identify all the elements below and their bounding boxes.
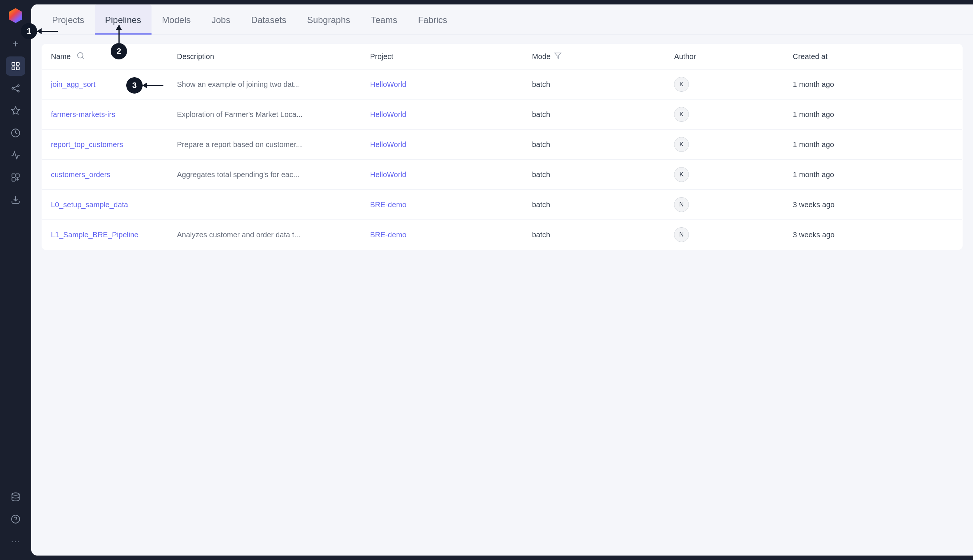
pipeline-link-2[interactable]: report_top_customers (51, 140, 123, 148)
sidebar-item-downloads[interactable] (6, 190, 25, 210)
cell-project-2: HelloWorld (362, 130, 523, 160)
sidebar-item-releases[interactable] (6, 101, 25, 120)
table-row: report_top_customers Prepare a report ba… (42, 130, 963, 160)
cell-name-0: join_agg_sort (42, 70, 168, 100)
cell-author-1: K (665, 100, 784, 130)
add-button[interactable]: + (6, 34, 25, 53)
tab-fabrics[interactable]: Fabrics (408, 5, 458, 35)
filter-icon[interactable] (554, 52, 561, 61)
project-link-2[interactable]: HelloWorld (370, 140, 406, 148)
cell-created-0: 1 month ago (784, 70, 963, 100)
cell-project-0: HelloWorld (362, 70, 523, 100)
pipeline-link-4[interactable]: L0_setup_sample_data (51, 200, 128, 209)
sidebar: + (0, 0, 31, 560)
sidebar-item-projects[interactable] (6, 57, 25, 76)
tab-subgraphs[interactable]: Subgraphs (297, 5, 361, 35)
sidebar-item-database[interactable] (6, 487, 25, 507)
cell-desc-3: Aggregates total spending's for eac... (168, 160, 362, 190)
col-mode: Mode (523, 44, 665, 70)
table-row: join_agg_sort Show an example of joining… (42, 70, 963, 100)
cell-name-1: farmers-markets-irs (42, 100, 168, 130)
sidebar-item-environments[interactable] (6, 168, 25, 187)
cell-created-3: 1 month ago (784, 160, 963, 190)
cell-desc-1: Exploration of Farmer's Market Loca... (168, 100, 362, 130)
pipelines-table: Name Description Project (42, 44, 963, 250)
cell-mode-0: batch (523, 70, 665, 100)
svg-point-7 (17, 90, 19, 92)
app-logo (6, 6, 25, 25)
project-link-1[interactable]: HelloWorld (370, 110, 406, 118)
project-link-3[interactable]: HelloWorld (370, 170, 406, 178)
cell-created-2: 1 month ago (784, 130, 963, 160)
pipeline-link-3[interactable]: customers_orders (51, 170, 110, 178)
cell-mode-3: batch (523, 160, 665, 190)
col-author: Author (665, 44, 784, 70)
svg-point-5 (12, 88, 13, 89)
svg-line-20 (82, 57, 84, 59)
tab-teams[interactable]: Teams (361, 5, 408, 35)
svg-line-9 (14, 89, 18, 91)
svg-point-6 (17, 85, 19, 86)
svg-rect-12 (12, 174, 15, 177)
sidebar-item-history[interactable] (6, 123, 25, 143)
tab-models[interactable]: Models (152, 5, 201, 35)
cell-project-1: HelloWorld (362, 100, 523, 130)
col-created-at: Created at (784, 44, 963, 70)
table-header-row: Name Description Project (42, 44, 963, 70)
cell-created-5: 3 weeks ago (784, 220, 963, 250)
cell-mode-2: batch (523, 130, 665, 160)
project-link-5[interactable]: BRE-demo (370, 231, 407, 239)
cell-project-5: BRE-demo (362, 220, 523, 250)
cell-author-4: N (665, 190, 784, 220)
tab-datasets[interactable]: Datasets (241, 5, 297, 35)
cell-project-4: BRE-demo (362, 190, 523, 220)
project-link-0[interactable]: HelloWorld (370, 80, 406, 88)
cell-name-3: customers_orders (42, 160, 168, 190)
cell-author-3: K (665, 160, 784, 190)
project-link-4[interactable]: BRE-demo (370, 200, 407, 209)
pipeline-link-0[interactable]: join_agg_sort (51, 80, 95, 88)
author-avatar-1: K (674, 107, 689, 122)
svg-marker-10 (12, 107, 20, 114)
main-content: Projects Pipelines Models Jobs Datasets … (31, 5, 973, 555)
tab-projects[interactable]: Projects (42, 5, 95, 35)
cell-name-4: L0_setup_sample_data (42, 190, 168, 220)
author-avatar-0: K (674, 77, 689, 92)
tab-jobs[interactable]: Jobs (201, 5, 241, 35)
cell-created-1: 1 month ago (784, 100, 963, 130)
table-row: L1_Sample_BRE_Pipeline Analyzes customer… (42, 220, 963, 250)
sidebar-item-help[interactable] (6, 510, 25, 529)
cell-desc-5: Analyzes customer and order data t... (168, 220, 362, 250)
cell-desc-4 (168, 190, 362, 220)
cell-desc-2: Prepare a report based on customer... (168, 130, 362, 160)
nav-tabs: Projects Pipelines Models Jobs Datasets … (31, 5, 973, 35)
author-avatar-5: N (674, 227, 689, 242)
cell-name-2: report_top_customers (42, 130, 168, 160)
cell-mode-5: batch (523, 220, 665, 250)
search-icon[interactable] (77, 52, 85, 62)
svg-point-17 (12, 515, 20, 523)
svg-rect-2 (16, 62, 19, 65)
sidebar-item-more[interactable]: ··· (6, 532, 25, 551)
col-description: Description (168, 44, 362, 70)
col-project: Project (362, 44, 523, 70)
svg-rect-13 (16, 174, 19, 177)
cell-created-4: 3 weeks ago (784, 190, 963, 220)
tab-pipelines[interactable]: Pipelines (95, 5, 152, 35)
svg-rect-4 (16, 67, 19, 70)
svg-rect-14 (12, 178, 15, 181)
pipeline-link-5[interactable]: L1_Sample_BRE_Pipeline (51, 231, 138, 239)
author-avatar-2: K (674, 137, 689, 152)
sidebar-item-connections[interactable] (6, 79, 25, 98)
pipeline-link-1[interactable]: farmers-markets-irs (51, 110, 115, 118)
sidebar-item-activity[interactable] (6, 145, 25, 165)
svg-marker-21 (555, 53, 561, 59)
cell-name-5: L1_Sample_BRE_Pipeline (42, 220, 168, 250)
cell-desc-0: Show an example of joining two dat... (168, 70, 362, 100)
cell-author-0: K (665, 70, 784, 100)
table-row: farmers-markets-irs Exploration of Farme… (42, 100, 963, 130)
col-name: Name (42, 44, 168, 70)
cell-project-3: HelloWorld (362, 160, 523, 190)
svg-marker-0 (9, 8, 22, 23)
table-row: L0_setup_sample_data BRE-demo batch N 3 … (42, 190, 963, 220)
